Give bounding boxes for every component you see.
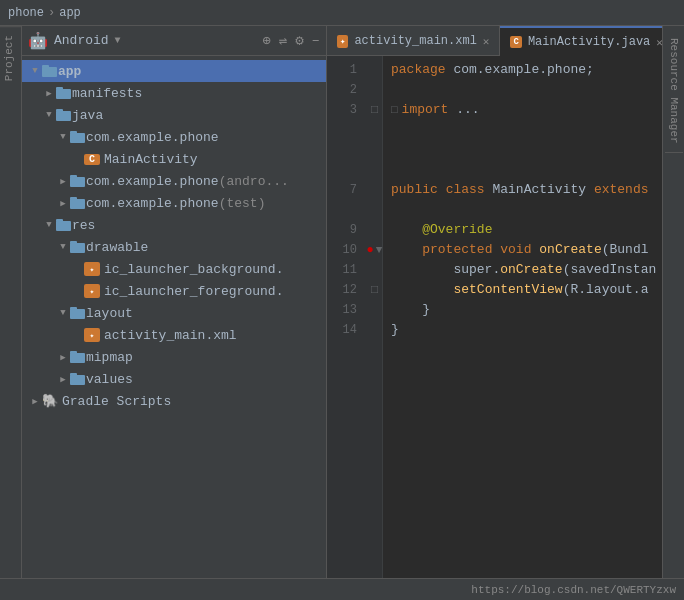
plain-space-2 <box>485 180 493 200</box>
arrow-app: ▼ <box>28 66 42 76</box>
collapse-icon[interactable]: – <box>312 32 320 49</box>
line-numbers: 1 2 3 4 5 6 7 8 9 10 11 12 13 14 <box>327 56 367 578</box>
svg-rect-3 <box>56 87 63 90</box>
line-num-4: 4 <box>327 120 361 140</box>
tree-item-drawable[interactable]: ▼ drawable <box>22 236 326 258</box>
tree-item-layout[interactable]: ▼ layout <box>22 302 326 324</box>
svg-rect-20 <box>70 375 85 385</box>
fold-icon-3[interactable]: □ <box>391 100 398 120</box>
fn-super-oncreate: onCreate <box>500 260 562 280</box>
tab-mainactivity-java[interactable]: C MainActivity.java ✕ <box>500 26 662 56</box>
tree-item-manifests[interactable]: ▶ manifests <box>22 82 326 104</box>
gutter-2 <box>367 80 382 100</box>
code-editor: 1 2 3 4 5 6 7 8 9 10 11 12 13 14 □ <box>327 56 662 578</box>
android-icon: 🤖 <box>28 31 48 51</box>
svg-rect-21 <box>70 373 77 376</box>
plain-close-outer: } <box>391 320 399 340</box>
add-icon[interactable]: ⊕ <box>262 32 270 49</box>
code-line-12: setContentView (R.layout.a <box>391 280 654 300</box>
project-tab[interactable]: Project <box>0 26 21 89</box>
line-num-7: 7 <box>327 180 361 200</box>
tree-label-mainactivity: MainActivity <box>104 152 198 167</box>
svg-rect-16 <box>70 309 85 319</box>
tab-bar: ✦ activity_main.xml ✕ C MainActivity.jav… <box>327 26 662 56</box>
line-num-11: 11 <box>327 260 361 280</box>
tree-label-java: java <box>72 108 103 123</box>
tree-label-app: app <box>58 64 81 79</box>
tree-item-gradle[interactable]: ▶ 🐘 Gradle Scripts <box>22 390 326 412</box>
tree-label-drawable: drawable <box>86 240 148 255</box>
gutter-11 <box>367 260 382 280</box>
folder-icon-layout <box>70 306 86 320</box>
plain-import-val: ... <box>448 100 479 120</box>
status-url: https://blog.csdn.net/QWERTYzxw <box>471 584 676 596</box>
fold-marker-10[interactable]: ▼ <box>376 244 383 256</box>
cls-mainactivity: MainActivity <box>492 180 586 200</box>
tab-activity-main-xml[interactable]: ✦ activity_main.xml ✕ <box>327 26 500 56</box>
line-num-3: 3 <box>327 100 361 120</box>
breadcrumb-phone[interactable]: phone <box>8 6 44 20</box>
settings-icon[interactable]: ⚙ <box>295 32 303 49</box>
tree-item-activity-main-xml[interactable]: ✦ activity_main.xml <box>22 324 326 346</box>
editor-area: ✦ activity_main.xml ✕ C MainActivity.jav… <box>327 26 662 578</box>
kw-extends: extends <box>594 180 649 200</box>
code-line-9: @Override <box>391 220 654 240</box>
tree-label-res: res <box>72 218 95 233</box>
line-num-14: 14 <box>327 320 361 340</box>
gutter-8 <box>367 200 382 220</box>
tab-xml-icon: ✦ <box>337 35 348 48</box>
breadcrumb-app[interactable]: app <box>59 6 81 20</box>
svg-rect-14 <box>70 243 85 253</box>
xml-file-icon-background: ✦ <box>84 262 100 276</box>
tree-label-com-phone: com.example.phone <box>86 130 219 145</box>
tree-label-com-phone-android-suffix: (andro... <box>219 174 289 189</box>
tree-item-java[interactable]: ▼ java <box>22 104 326 126</box>
tree-item-mipmap[interactable]: ▶ mipmap <box>22 346 326 368</box>
code-line-8 <box>391 200 654 220</box>
plain-package-val: com.example.phone; <box>446 60 594 80</box>
plain-oncreate-param: (Bundl <box>602 240 649 260</box>
android-dropdown-label[interactable]: Android <box>54 33 109 48</box>
resource-manager-tab[interactable]: Resource Manager <box>665 30 683 153</box>
tree-item-com-example-phone[interactable]: ▼ com.example.phone <box>22 126 326 148</box>
plain-indent-9 <box>391 220 422 240</box>
line-num-10: 10 <box>327 240 361 260</box>
tree-label-values: values <box>86 372 133 387</box>
svg-rect-19 <box>70 351 77 354</box>
folder-icon-manifests <box>56 86 72 100</box>
tree-item-res[interactable]: ▼ res <box>22 214 326 236</box>
tree-item-com-phone-android[interactable]: ▶ com.example.phone (andro... <box>22 170 326 192</box>
line-num-2: 2 <box>327 80 361 100</box>
kw-import: import <box>402 100 449 120</box>
tree-label-manifests: manifests <box>72 86 142 101</box>
code-line-6 <box>391 160 654 180</box>
sync-icon[interactable]: ⇌ <box>279 32 287 49</box>
arrow-mipmap: ▶ <box>56 352 70 363</box>
tab-close-xml[interactable]: ✕ <box>483 35 490 48</box>
line-num-13: 13 <box>327 300 361 320</box>
gutter: □ ● ▼ □ <box>367 56 383 578</box>
folder-icon-com-phone <box>70 130 86 144</box>
code-line-14: } <box>391 320 654 340</box>
code-content[interactable]: package com.example.phone; □ import ... <box>383 56 662 578</box>
android-dropdown-arrow[interactable]: ▼ <box>115 35 121 46</box>
plain-space-10a <box>492 240 500 260</box>
tree-item-values[interactable]: ▶ values <box>22 368 326 390</box>
xml-file-icon-foreground: ✦ <box>84 284 100 298</box>
tree-item-com-phone-test[interactable]: ▶ com.example.phone (test) <box>22 192 326 214</box>
tree-item-app[interactable]: ▼ app <box>22 60 326 82</box>
gutter-10: ● ▼ <box>367 240 382 260</box>
gutter-12: □ <box>367 280 382 300</box>
tree-item-mainactivity[interactable]: C MainActivity <box>22 148 326 170</box>
tree-item-ic-background[interactable]: ✦ ic_launcher_background. <box>22 258 326 280</box>
tree-item-ic-foreground[interactable]: ✦ ic_launcher_foreground. <box>22 280 326 302</box>
svg-rect-10 <box>70 199 85 209</box>
svg-rect-1 <box>42 65 49 68</box>
plain-space-3 <box>586 180 594 200</box>
code-line-11: super. onCreate (savedInstan <box>391 260 654 280</box>
tree-label-ic-foreground: ic_launcher_foreground. <box>104 284 283 299</box>
svg-rect-15 <box>70 241 77 244</box>
line-num-1: 1 <box>327 60 361 80</box>
line-num-9: 9 <box>327 220 361 240</box>
svg-rect-12 <box>56 221 71 231</box>
